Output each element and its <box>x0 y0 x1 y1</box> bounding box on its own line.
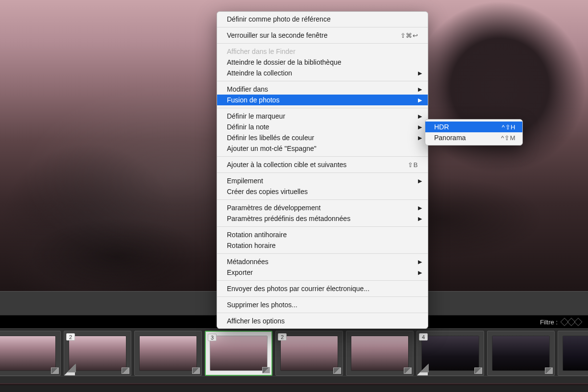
menu-item[interactable]: Verrouiller sur la seconde fenêtre⇧⌘↩ <box>217 30 428 41</box>
submenu-arrow-icon: ▶ <box>418 113 422 120</box>
thumbnail-image <box>422 336 479 370</box>
thumbnail-properties-icon <box>474 368 482 374</box>
menu-item-label: Ajouter à la collection cible et suivant… <box>227 161 408 169</box>
menu-item-label: Définir le marqueur <box>227 112 418 120</box>
submenu-item-shortcut: ^⇧H <box>502 123 515 131</box>
menu-item-label: Définir comme photo de référence <box>227 15 418 23</box>
menu-item-label: Ajouter un mot-clé "Espagne" <box>227 145 418 152</box>
thumbnail-properties-icon <box>404 368 412 374</box>
menu-item[interactable]: Atteindre le dossier de la bibliothèque <box>217 57 428 68</box>
menu-separator <box>217 253 428 254</box>
menu-item-label: Paramètres de développement <box>227 204 418 212</box>
menu-separator <box>217 199 428 200</box>
thumbnail-properties-icon <box>192 368 200 374</box>
menu-item[interactable]: Ajouter un mot-clé "Espagne" <box>217 143 428 154</box>
menu-item: Afficher dans le Finder <box>217 46 428 57</box>
menu-item[interactable]: Envoyer des photos par courrier électron… <box>217 283 428 294</box>
menu-item[interactable]: Empilement▶ <box>217 175 428 186</box>
menu-item[interactable]: Paramètres de développement▶ <box>217 202 428 213</box>
menu-separator <box>217 81 428 81</box>
thumbnail[interactable] <box>558 331 588 376</box>
menu-separator <box>217 43 428 44</box>
thumbnail[interactable]: 4 <box>416 331 484 376</box>
context-menu[interactable]: Définir comme photo de référenceVerrouil… <box>217 11 428 329</box>
thumbnail-properties-icon <box>122 368 129 374</box>
thumbnail[interactable] <box>0 331 61 376</box>
menu-item-label: Atteindre la collection <box>227 69 418 77</box>
submenu-arrow-icon: ▶ <box>418 205 422 211</box>
thumbnail-image <box>69 336 126 370</box>
stack-fold-icon <box>64 365 75 375</box>
menu-item[interactable]: Atteindre la collection▶ <box>217 68 428 78</box>
menu-item[interactable]: Définir le marqueur▶ <box>217 111 428 122</box>
menu-item[interactable]: Créer des copies virtuelles <box>217 186 428 197</box>
thumbnail-image <box>140 336 196 370</box>
menu-item[interactable]: Métadonnées▶ <box>217 256 428 267</box>
menu-item-label: Paramètres prédéfinis des métadonnées <box>227 215 418 222</box>
menu-item-label: Afficher dans le Finder <box>227 48 418 55</box>
menu-item-label: Empilement <box>227 177 418 185</box>
submenu-arrow-icon: ▶ <box>418 86 422 93</box>
menu-item[interactable]: Définir les libellés de couleur▶ <box>217 132 428 143</box>
menu-item-label: Afficher les options <box>227 317 418 325</box>
submenu-item-label: HDR <box>434 123 502 131</box>
menu-item[interactable]: Afficher les options <box>217 316 428 326</box>
menu-separator <box>217 27 428 27</box>
filter-diamond-icon <box>574 318 583 326</box>
thumbnail[interactable] <box>134 331 202 376</box>
filmstrip[interactable]: 2324 <box>0 328 588 383</box>
thumbnail-properties-icon <box>333 368 341 374</box>
submenu-arrow-icon: ▶ <box>418 135 422 141</box>
menu-item-label: Supprimer les photos... <box>227 301 418 309</box>
menu-item[interactable]: Modifier dans▶ <box>217 84 428 95</box>
menu-item[interactable]: Paramètres prédéfinis des métadonnées▶ <box>217 213 428 224</box>
thumbnail-image <box>210 336 267 370</box>
filter-flag-controls[interactable] <box>562 319 581 325</box>
submenu-item-shortcut: ^⇧M <box>501 134 515 142</box>
menu-item-label: Atteindre le dossier de la bibliothèque <box>227 58 418 66</box>
submenu-arrow-icon: ▶ <box>418 97 422 103</box>
submenu-item[interactable]: HDR^⇧H <box>425 122 522 132</box>
thumbnail[interactable] <box>487 331 555 376</box>
thumbnail[interactable]: 3 <box>205 331 272 376</box>
submenu-item-label: Panorama <box>434 134 501 142</box>
menu-item-shortcut: ⇧B <box>408 161 418 169</box>
menu-item[interactable]: Rotation antihoraire <box>217 229 428 240</box>
menu-item[interactable]: Fusion de photos▶ <box>217 95 428 105</box>
menu-item[interactable]: Exporter▶ <box>217 267 428 278</box>
thumbnail-image <box>0 336 55 370</box>
stack-fold-icon <box>417 365 428 375</box>
submenu-item[interactable]: Panorama^⇧M <box>425 132 522 143</box>
menu-item[interactable]: Rotation horaire <box>217 240 428 251</box>
thumbnail[interactable]: 2 <box>275 331 343 376</box>
menu-item[interactable]: Supprimer les photos... <box>217 299 428 310</box>
menu-item-label: Créer des copies virtuelles <box>227 188 418 196</box>
thumbnail[interactable]: 2 <box>64 331 131 376</box>
menu-separator <box>217 280 428 281</box>
thumbnail[interactable] <box>346 331 414 376</box>
thumbnail-properties-icon <box>51 368 59 374</box>
submenu-fusion-photos[interactable]: HDR^⇧HPanorama^⇧M <box>425 119 523 146</box>
menu-item-label: Verrouiller sur la seconde fenêtre <box>227 31 400 39</box>
menu-separator <box>217 296 428 297</box>
thumbnail-image <box>351 336 408 370</box>
thumbnail-properties-icon <box>545 368 553 374</box>
menu-separator <box>217 108 428 108</box>
stack-count-badge: 3 <box>208 334 217 341</box>
menu-item[interactable]: Définir la note▶ <box>217 122 428 132</box>
menu-item[interactable]: Ajouter à la collection cible et suivant… <box>217 159 428 170</box>
menu-item-label: Définir la note <box>227 123 418 131</box>
submenu-arrow-icon: ▶ <box>418 178 422 184</box>
menu-item-label: Rotation horaire <box>227 242 418 249</box>
thumbnail-image <box>563 336 588 370</box>
menu-item[interactable]: Définir comme photo de référence <box>217 14 428 24</box>
menu-separator <box>217 172 428 173</box>
menu-item-label: Rotation antihoraire <box>227 231 418 239</box>
stack-count-badge: 2 <box>278 333 287 341</box>
menu-item-label: Envoyer des photos par courrier électron… <box>227 285 418 293</box>
submenu-arrow-icon: ▶ <box>418 124 422 130</box>
menu-separator <box>217 226 428 227</box>
menu-item-label: Métadonnées <box>227 258 418 266</box>
menu-item-label: Définir les libellés de couleur <box>227 134 418 142</box>
filter-label: Filtre : <box>540 318 558 326</box>
